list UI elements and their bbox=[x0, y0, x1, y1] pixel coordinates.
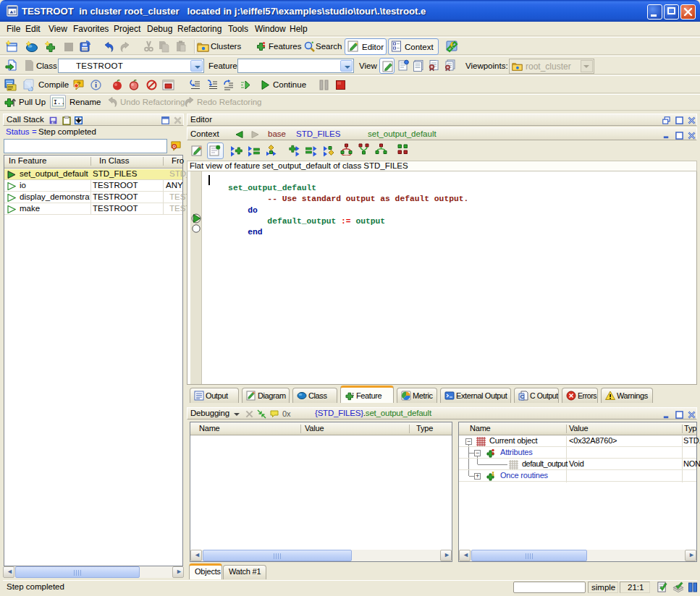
svg-text:C: C bbox=[520, 393, 525, 400]
svg-text:I...: I... bbox=[54, 99, 64, 106]
